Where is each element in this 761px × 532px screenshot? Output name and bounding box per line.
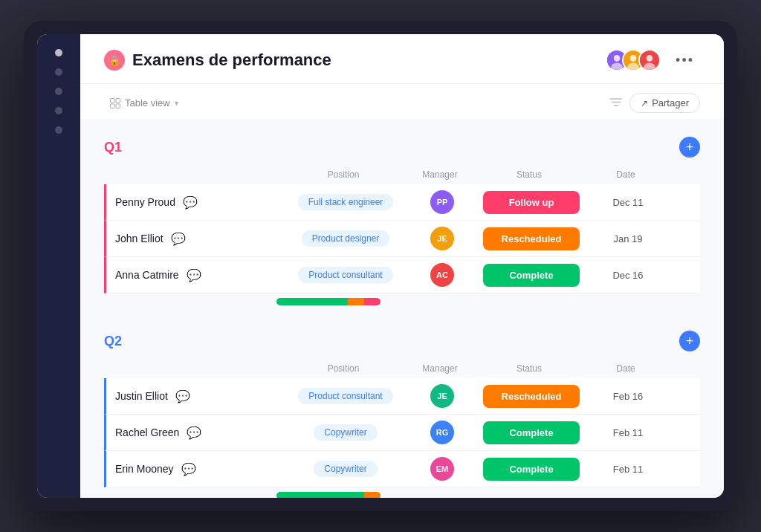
q1-progress-row xyxy=(104,293,700,313)
q2-col-status: Status xyxy=(470,363,589,374)
table-row: Rachel Green 💬 Copywriter RG Complete Fe xyxy=(104,415,700,451)
name-cell: John Elliot 💬 xyxy=(115,232,279,246)
q1-col-status: Status xyxy=(470,169,589,180)
table-row: John Elliot 💬 Product designer JE Resche… xyxy=(104,221,700,257)
person-name: Anna Catmire xyxy=(115,269,179,281)
q1-col-name xyxy=(113,169,276,180)
date-cell: Dec 11 xyxy=(591,197,665,208)
date-cell: Feb 16 xyxy=(591,391,665,402)
person-name: Erin Mooney xyxy=(115,463,174,475)
status-cell: Follow up xyxy=(472,191,591,214)
status-badge: Complete xyxy=(483,421,580,444)
status-badge: Complete xyxy=(483,264,580,287)
person-name: Justin Elliot xyxy=(115,390,168,402)
table-row: Erin Mooney 💬 Copywriter EM Complete Feb xyxy=(104,451,700,487)
chat-icon[interactable]: 💬 xyxy=(175,389,190,403)
q2-progress-row xyxy=(104,487,700,498)
svg-rect-12 xyxy=(116,104,120,108)
position-cell: Full stack engineer xyxy=(279,194,412,210)
manager-cell: PP xyxy=(412,190,472,214)
sidebar-dot-5 xyxy=(55,126,62,134)
date-cell: Feb 11 xyxy=(591,427,665,438)
position-cell: Product consultant xyxy=(279,388,412,404)
position-cell: Product designer xyxy=(279,230,412,247)
app-container: 🔒 Examens de performance xyxy=(37,34,724,498)
toolbar-right: ↗ Partager xyxy=(610,93,700,113)
q1-section-header: Q1 + xyxy=(104,137,700,158)
progress-segment-pink xyxy=(364,298,380,305)
chat-icon[interactable]: 💬 xyxy=(187,426,201,440)
status-badge: Rescheduled xyxy=(483,385,580,408)
content-area: Q1 + Position Manager Status Date Penny … xyxy=(104,119,700,498)
q2-col-manager: Manager xyxy=(410,363,470,374)
sidebar-dot-4 xyxy=(55,107,62,114)
toolbar: Table view ▾ ↗ Partager xyxy=(80,84,724,119)
svg-rect-10 xyxy=(116,98,120,103)
sidebar-dot-3 xyxy=(55,88,62,95)
more-button[interactable]: ••• xyxy=(670,50,700,71)
position-badge: Copywriter xyxy=(314,461,377,477)
q2-table-header: Position Manager Status Date xyxy=(104,359,700,378)
svg-rect-11 xyxy=(111,104,115,108)
table-row: Anna Catmire 💬 Product consultant AC Com… xyxy=(104,257,700,293)
svg-rect-9 xyxy=(111,98,115,103)
chat-icon[interactable]: 💬 xyxy=(187,268,201,282)
manager-avatar: EM xyxy=(430,457,454,481)
person-name: Penny Proud xyxy=(115,196,175,208)
status-cell: Rescheduled xyxy=(472,385,591,408)
q2-col-name xyxy=(113,363,276,374)
q2-section-header: Q2 + xyxy=(104,331,700,351)
share-button[interactable]: ↗ Partager xyxy=(629,93,700,113)
progress-segment-orange xyxy=(364,492,380,498)
name-cell: Rachel Green 💬 xyxy=(115,426,279,440)
position-badge: Product consultant xyxy=(298,267,392,283)
q1-col-date: Date xyxy=(589,169,663,180)
table-row: Penny Proud 💬 Full stack engineer PP Fol… xyxy=(104,184,700,221)
position-badge: Full stack engineer xyxy=(298,194,394,210)
page-title-wrap: 🔒 Examens de performance xyxy=(104,50,331,71)
svg-point-4 xyxy=(630,55,637,62)
q2-add-button[interactable]: + xyxy=(679,331,700,351)
q1-table-header: Position Manager Status Date xyxy=(104,165,700,184)
page-header: 🔒 Examens de performance xyxy=(80,34,724,84)
status-cell: Complete xyxy=(472,264,591,287)
chat-icon[interactable]: 💬 xyxy=(183,195,198,210)
sidebar-dot-2 xyxy=(55,68,62,76)
date-cell: Feb 11 xyxy=(591,464,665,475)
q2-section: Q2 + Position Manager Status Date Justin… xyxy=(104,331,700,498)
manager-avatar: JE xyxy=(430,384,454,408)
q1-add-button[interactable]: + xyxy=(679,137,700,158)
manager-avatar: AC xyxy=(430,263,454,287)
position-badge: Product consultant xyxy=(298,388,392,404)
table-view-button[interactable]: Table view ▾ xyxy=(104,94,184,111)
avatars-group xyxy=(606,49,661,71)
position-cell: Product consultant xyxy=(279,267,412,283)
table-view-label: Table view xyxy=(125,97,170,108)
position-badge: Copywriter xyxy=(314,424,377,441)
q1-col-manager: Manager xyxy=(410,169,470,180)
manager-cell: EM xyxy=(412,457,472,481)
q2-label: Q2 xyxy=(104,334,122,349)
q1-label: Q1 xyxy=(104,140,122,155)
sidebar-dot-1 xyxy=(55,49,62,56)
q2-progress-bar xyxy=(276,492,380,498)
name-cell: Justin Elliot 💬 xyxy=(115,389,279,403)
person-name: John Elliot xyxy=(115,233,163,244)
sidebar xyxy=(37,34,80,498)
chat-icon[interactable]: 💬 xyxy=(181,462,196,476)
manager-avatar: PP xyxy=(430,190,454,214)
position-badge: Product designer xyxy=(302,230,390,247)
name-cell: Erin Mooney 💬 xyxy=(115,462,279,476)
chat-icon[interactable]: 💬 xyxy=(171,232,186,246)
filter-icon[interactable] xyxy=(610,97,622,109)
progress-segment-green xyxy=(276,492,364,498)
table-row: Justin Elliot 💬 Product consultant JE Re… xyxy=(104,378,700,415)
name-cell: Penny Proud 💬 xyxy=(115,195,279,210)
manager-avatar: JE xyxy=(430,227,454,250)
q1-section: Q1 + Position Manager Status Date Penny … xyxy=(104,137,700,313)
status-cell: Complete xyxy=(472,458,591,481)
q2-col-position: Position xyxy=(276,363,410,374)
manager-cell: RG xyxy=(412,421,472,444)
manager-cell: JE xyxy=(412,227,472,250)
date-cell: Jan 19 xyxy=(591,233,665,244)
